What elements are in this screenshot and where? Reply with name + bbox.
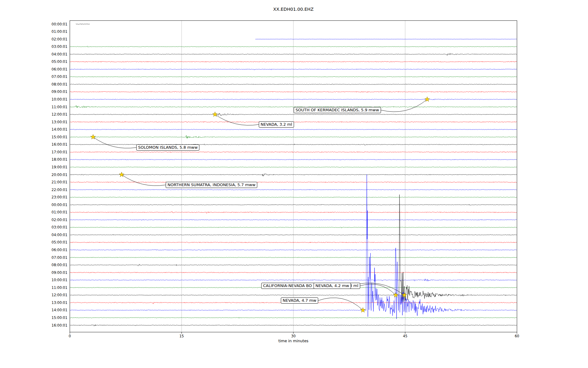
row-time-label: 04:00:01 [0,52,67,56]
row-time-label: 06:00:01 [0,67,67,71]
row-time-label: 11:00:01 [0,286,67,290]
x-tick-label: 15 [179,334,184,338]
row-time-label: 09:00:01 [0,90,67,94]
event-label-box: NEVADA, 3.2 ml [259,121,294,128]
annotation-leader-line [215,114,259,125]
annotation-leader-line [360,284,396,295]
row-time-label: 16:00:01 [0,323,67,328]
row-time-label: 00:00:01 [0,22,67,26]
seismogram-trace [255,39,517,39]
row-time-label: 21:00:01 [0,180,67,184]
event-label-box: SOLOMON ISLANDS, 5.8 mww [136,144,199,151]
row-time-label: 10:00:01 [0,278,67,282]
row-time-label: 13:00:01 [0,120,67,124]
row-time-label: 08:00:01 [0,263,67,267]
row-time-label: 01:00:01 [0,29,67,34]
event-label-box: NEVADA, 4.7 mw [281,297,318,304]
row-time-label: 15:00:01 [0,135,67,139]
x-tick-label: 30 [291,334,296,338]
row-time-label: 05:00:01 [0,240,67,244]
annotation-leader-line [93,137,136,148]
row-time-label: 23:00:01 [0,195,67,199]
chart-title: XX.EDH01.00.EHZ [70,7,517,12]
x-tick-label: 0 [69,334,71,338]
event-star-marker [360,308,365,312]
row-time-label: 19:00:01 [0,165,67,169]
annotation-leader-line [381,99,427,112]
row-time-label: 12:00:01 [0,112,67,117]
event-label-box: NEVADA, 4.2 mw [314,283,351,289]
x-tick-label: 45 [403,334,408,338]
event-label-text: CALIFORNIA-NEVADA BO [263,283,312,288]
seismogram-trace [76,24,90,24]
row-time-label: 02:00:01 [0,37,67,41]
row-time-label: 04:00:01 [0,233,67,237]
x-axis-label: time in minutes [70,339,517,343]
row-time-label: 08:00:01 [0,82,67,86]
row-time-label: 10:00:01 [0,97,67,102]
row-time-label: 01:00:01 [0,210,67,214]
row-time-label: 14:00:01 [0,127,67,132]
row-time-label: 17:00:01 [0,150,67,154]
seismogram-figure: XX.EDH01.00.EHZ 00:00:0101:00:0102:00:01… [0,0,588,368]
event-star-marker [393,293,398,297]
event-label-box: NORTHERN SUMATRA, INDONESIA, 5.7 mww [166,182,257,188]
x-tick-label: 60 [515,334,519,338]
annotation-leader-line [318,298,363,310]
annotation-leader-line [122,175,166,186]
row-time-label: 02:00:01 [0,218,67,222]
row-time-label: 16:00:01 [0,142,67,147]
row-time-label: 11:00:01 [0,105,67,109]
row-time-label: 13:00:01 [0,301,67,305]
row-time-label: 00:00:01 [0,203,67,207]
event-label-box: SOUTH OF KERMADEC ISLANDS, 5.9 mww [294,107,381,113]
row-time-label: 18:00:01 [0,157,67,162]
row-time-label: 07:00:01 [0,255,67,260]
event-star-marker [91,134,96,139]
row-time-label: 06:00:01 [0,248,67,252]
row-time-label: 03:00:01 [0,44,67,49]
row-time-label: 15:00:01 [0,316,67,320]
row-time-label: 09:00:01 [0,270,67,275]
row-time-label: 05:00:01 [0,59,67,64]
event-star-marker [213,112,217,117]
row-time-label: 12:00:01 [0,293,67,297]
row-time-label: 03:00:01 [0,225,67,229]
row-time-label: 07:00:01 [0,75,67,79]
helicorder-plot-canvas [0,0,588,368]
row-time-label: 22:00:01 [0,188,67,192]
event-star-marker [119,172,124,177]
row-time-label: 14:00:01 [0,308,67,312]
row-time-label: 20:00:01 [0,173,67,177]
